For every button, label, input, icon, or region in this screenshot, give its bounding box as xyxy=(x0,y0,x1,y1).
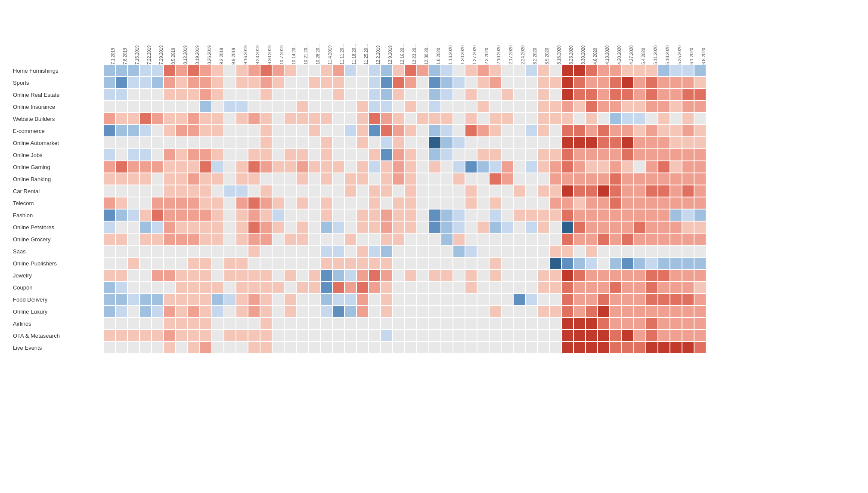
heatmap-cell[interactable] xyxy=(200,269,212,281)
heatmap-cell[interactable] xyxy=(658,305,670,317)
heatmap-cell[interactable] xyxy=(417,77,429,89)
heatmap-cell[interactable] xyxy=(658,257,670,269)
heatmap-cell[interactable] xyxy=(224,125,236,137)
heatmap-cell[interactable] xyxy=(200,137,212,149)
heatmap-cell[interactable] xyxy=(140,161,152,173)
heatmap-cell[interactable] xyxy=(586,137,598,149)
heatmap-cell[interactable] xyxy=(610,137,622,149)
heatmap-cell[interactable] xyxy=(646,197,658,209)
heatmap-cell[interactable] xyxy=(405,317,417,330)
heatmap-cell[interactable] xyxy=(429,161,441,173)
heatmap-cell[interactable] xyxy=(525,137,537,149)
heatmap-cell[interactable] xyxy=(152,269,164,281)
heatmap-cell[interactable] xyxy=(164,233,176,245)
heatmap-cell[interactable] xyxy=(248,281,260,293)
heatmap-cell[interactable] xyxy=(296,161,308,173)
heatmap-cell[interactable] xyxy=(658,101,670,113)
heatmap-cell[interactable] xyxy=(200,77,212,89)
heatmap-cell[interactable] xyxy=(164,342,176,354)
heatmap-cell[interactable] xyxy=(417,233,429,245)
heatmap-cell[interactable] xyxy=(200,185,212,197)
heatmap-cell[interactable] xyxy=(164,149,176,161)
heatmap-cell[interactable] xyxy=(296,173,308,185)
heatmap-cell[interactable] xyxy=(610,77,622,89)
heatmap-cell[interactable] xyxy=(405,137,417,149)
heatmap-cell[interactable] xyxy=(272,77,284,89)
heatmap-cell[interactable] xyxy=(634,293,646,305)
heatmap-cell[interactable] xyxy=(188,137,200,149)
heatmap-cell[interactable] xyxy=(369,281,381,293)
heatmap-cell[interactable] xyxy=(453,125,465,137)
heatmap-cell[interactable] xyxy=(332,257,344,269)
heatmap-cell[interactable] xyxy=(248,305,260,317)
heatmap-cell[interactable] xyxy=(453,197,465,209)
heatmap-cell[interactable] xyxy=(646,342,658,354)
heatmap-cell[interactable] xyxy=(103,161,115,173)
heatmap-cell[interactable] xyxy=(260,77,272,89)
heatmap-cell[interactable] xyxy=(622,161,634,173)
heatmap-cell[interactable] xyxy=(658,149,670,161)
heatmap-cell[interactable] xyxy=(103,281,115,293)
heatmap-cell[interactable] xyxy=(272,245,284,257)
heatmap-cell[interactable] xyxy=(369,317,381,330)
heatmap-cell[interactable] xyxy=(634,342,646,354)
heatmap-cell[interactable] xyxy=(284,137,296,149)
heatmap-cell[interactable] xyxy=(212,149,224,161)
heatmap-cell[interactable] xyxy=(549,149,561,161)
heatmap-cell[interactable] xyxy=(549,245,561,257)
heatmap-cell[interactable] xyxy=(405,342,417,354)
heatmap-cell[interactable] xyxy=(489,137,501,149)
heatmap-cell[interactable] xyxy=(537,209,549,221)
heatmap-cell[interactable] xyxy=(212,342,224,354)
heatmap-cell[interactable] xyxy=(586,342,598,354)
heatmap-cell[interactable] xyxy=(453,113,465,125)
heatmap-cell[interactable] xyxy=(646,269,658,281)
heatmap-cell[interactable] xyxy=(260,89,272,101)
heatmap-cell[interactable] xyxy=(176,245,188,257)
heatmap-cell[interactable] xyxy=(537,89,549,101)
heatmap-cell[interactable] xyxy=(212,137,224,149)
heatmap-cell[interactable] xyxy=(212,293,224,305)
heatmap-cell[interactable] xyxy=(224,342,236,354)
heatmap-cell[interactable] xyxy=(296,269,308,281)
heatmap-cell[interactable] xyxy=(658,209,670,221)
heatmap-cell[interactable] xyxy=(658,245,670,257)
heatmap-cell[interactable] xyxy=(513,149,525,161)
heatmap-cell[interactable] xyxy=(622,77,634,89)
heatmap-cell[interactable] xyxy=(429,221,441,233)
heatmap-cell[interactable] xyxy=(586,330,598,342)
heatmap-cell[interactable] xyxy=(501,101,513,113)
heatmap-cell[interactable] xyxy=(610,221,622,233)
heatmap-cell[interactable] xyxy=(646,221,658,233)
heatmap-cell[interactable] xyxy=(188,125,200,137)
heatmap-cell[interactable] xyxy=(152,305,164,317)
heatmap-cell[interactable] xyxy=(513,209,525,221)
heatmap-cell[interactable] xyxy=(682,209,694,221)
heatmap-cell[interactable] xyxy=(694,137,706,149)
heatmap-cell[interactable] xyxy=(248,89,260,101)
heatmap-cell[interactable] xyxy=(561,161,574,173)
heatmap-cell[interactable] xyxy=(248,209,260,221)
heatmap-cell[interactable] xyxy=(610,197,622,209)
heatmap-cell[interactable] xyxy=(513,281,525,293)
heatmap-cell[interactable] xyxy=(200,89,212,101)
heatmap-cell[interactable] xyxy=(465,317,477,330)
heatmap-cell[interactable] xyxy=(200,209,212,221)
heatmap-cell[interactable] xyxy=(320,137,332,149)
heatmap-cell[interactable] xyxy=(670,113,682,125)
heatmap-cell[interactable] xyxy=(284,221,296,233)
heatmap-cell[interactable] xyxy=(176,137,188,149)
heatmap-cell[interactable] xyxy=(622,281,634,293)
heatmap-cell[interactable] xyxy=(622,137,634,149)
heatmap-cell[interactable] xyxy=(441,257,453,269)
heatmap-cell[interactable] xyxy=(369,77,381,89)
heatmap-cell[interactable] xyxy=(127,342,140,354)
heatmap-cell[interactable] xyxy=(670,221,682,233)
heatmap-cell[interactable] xyxy=(212,221,224,233)
heatmap-cell[interactable] xyxy=(429,125,441,137)
heatmap-cell[interactable] xyxy=(356,293,369,305)
heatmap-cell[interactable] xyxy=(561,245,574,257)
heatmap-cell[interactable] xyxy=(405,257,417,269)
heatmap-cell[interactable] xyxy=(525,209,537,221)
heatmap-cell[interactable] xyxy=(393,233,405,245)
